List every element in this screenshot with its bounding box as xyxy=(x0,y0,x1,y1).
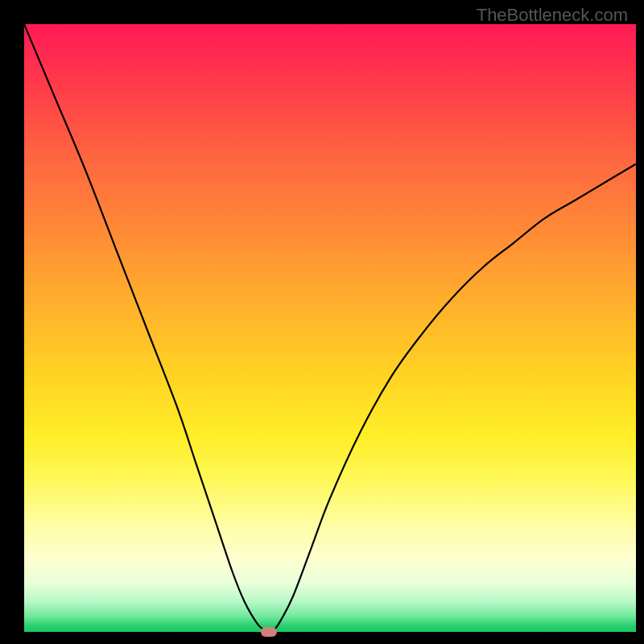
optimal-point-marker xyxy=(261,627,277,637)
chart-curve-svg xyxy=(24,24,636,632)
bottleneck-curve xyxy=(24,24,636,632)
chart-plot-area xyxy=(24,24,636,632)
watermark-text: TheBottleneck.com xyxy=(477,5,628,26)
